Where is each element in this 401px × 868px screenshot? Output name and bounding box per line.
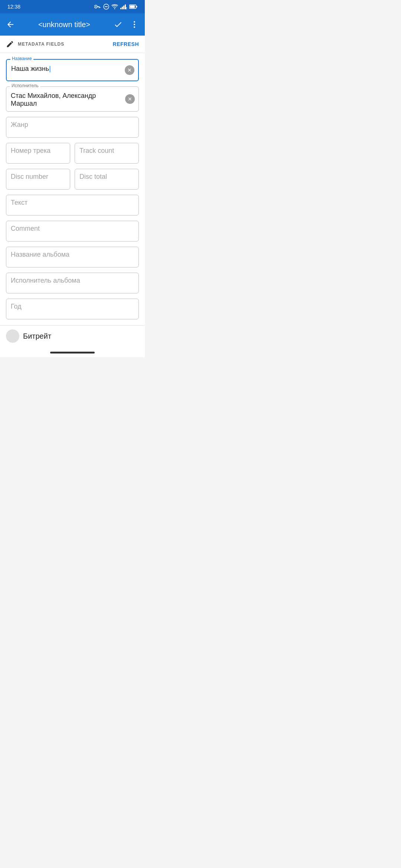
svg-rect-8 <box>122 7 123 9</box>
album-artist-field[interactable]: Исполнитель альбома <box>6 273 139 293</box>
disc-number-field[interactable]: Disc number <box>6 169 70 190</box>
album-title-placeholder[interactable]: Название альбома <box>11 251 124 259</box>
album-artist-placeholder[interactable]: Исполнитель альбома <box>11 277 124 285</box>
svg-rect-6 <box>105 6 108 7</box>
subheader: METADATA FIELDS REFRESH <box>0 36 145 53</box>
bitrate-icon <box>6 329 19 343</box>
dnd-icon <box>103 4 109 10</box>
refresh-button[interactable]: REFRESH <box>113 41 139 47</box>
track-number-field[interactable]: Номер трека <box>6 143 70 164</box>
form-content: Название Наша жизнь ✕ Исполнитель Стас М… <box>0 53 145 325</box>
app-bar-actions <box>111 17 142 32</box>
title-label: Название <box>10 56 33 61</box>
title-clear-button[interactable]: ✕ <box>125 65 134 75</box>
svg-rect-9 <box>123 6 124 9</box>
svg-rect-4 <box>100 7 101 8</box>
subheader-left: METADATA FIELDS <box>6 40 64 48</box>
artist-label: Исполнитель <box>10 83 40 88</box>
disc-number-placeholder[interactable]: Disc number <box>11 173 55 181</box>
svg-point-16 <box>134 24 135 25</box>
track-count-field[interactable]: Track count <box>75 143 139 164</box>
signal-icon <box>120 4 127 9</box>
track-row: Номер трека Track count <box>6 143 139 164</box>
status-bar: 12:38 <box>0 0 145 13</box>
bitrate-section: Битрейт <box>0 325 145 346</box>
year-placeholder[interactable]: Год <box>11 303 124 310</box>
comment-field[interactable]: Comment <box>6 221 139 241</box>
metadata-label: METADATA FIELDS <box>18 42 64 47</box>
svg-rect-11 <box>126 7 127 9</box>
comment-placeholder[interactable]: Comment <box>11 225 124 233</box>
home-indicator <box>50 352 95 354</box>
disc-total-field[interactable]: Disc total <box>75 169 139 190</box>
track-count-placeholder[interactable]: Track count <box>79 147 124 155</box>
album-title-field[interactable]: Название альбома <box>6 247 139 267</box>
back-button[interactable] <box>3 17 18 32</box>
artist-clear-button[interactable]: ✕ <box>125 94 135 104</box>
bitrate-label: Битрейт <box>23 332 51 341</box>
lyrics-field[interactable]: Текст <box>6 195 139 216</box>
title-value[interactable]: Наша жизнь <box>11 63 123 73</box>
artist-field[interactable]: Исполнитель Стас Михайлов, Александр Мар… <box>6 86 139 112</box>
artist-value[interactable]: Стас Михайлов, Александр Маршал <box>11 91 124 108</box>
time-display: 12:38 <box>7 4 20 10</box>
svg-rect-2 <box>97 6 100 7</box>
status-icons <box>94 4 137 10</box>
battery-icon <box>129 4 137 9</box>
track-number-placeholder[interactable]: Номер трека <box>11 147 55 155</box>
genre-field[interactable]: Жанр <box>6 117 139 138</box>
svg-point-15 <box>134 21 135 23</box>
confirm-button[interactable] <box>111 17 125 32</box>
svg-rect-3 <box>99 7 100 8</box>
app-bar: <unknown title> <box>0 13 145 36</box>
more-options-button[interactable] <box>127 17 142 32</box>
year-field[interactable]: Год <box>6 299 139 319</box>
svg-rect-14 <box>136 6 137 7</box>
svg-rect-13 <box>130 6 135 8</box>
wifi-icon <box>111 4 118 9</box>
disc-row: Disc number Disc total <box>6 169 139 190</box>
svg-point-17 <box>134 26 135 28</box>
title-field[interactable]: Название Наша жизнь ✕ <box>6 59 139 81</box>
home-indicator-container <box>0 346 145 357</box>
pencil-icon <box>6 40 14 48</box>
svg-point-1 <box>95 6 97 7</box>
disc-total-placeholder[interactable]: Disc total <box>79 173 124 181</box>
svg-rect-7 <box>120 8 121 9</box>
key-icon <box>94 4 101 9</box>
app-bar-title: <unknown title> <box>21 20 108 29</box>
lyrics-placeholder[interactable]: Текст <box>11 199 124 207</box>
svg-rect-10 <box>125 4 126 9</box>
genre-placeholder[interactable]: Жанр <box>11 121 124 129</box>
